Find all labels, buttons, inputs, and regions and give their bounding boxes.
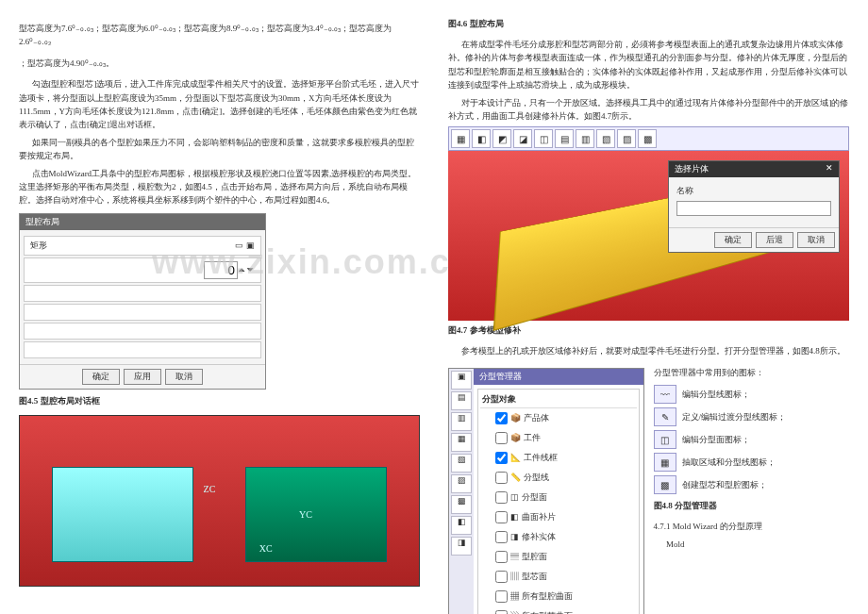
side-tool-icon[interactable]: ◧ [451, 516, 472, 535]
edit-parting-line-icon: 〰 [654, 385, 676, 404]
tree-checkbox[interactable] [495, 412, 508, 424]
paragraph: 如果同一副模具的各个型腔如果压力不同，会影响塑料制品的密度和质量，这就要求多模腔… [19, 136, 420, 163]
icon-desc: 抽取区域和分型线图标； [682, 456, 776, 469]
create-core-cavity-icon: ▩ [654, 475, 676, 494]
paragraph: 勾选[型腔和型芯]选项后，进入工件库完成成型零件相关尺寸的设置。选择矩形平台阶式… [19, 77, 420, 132]
formula-text-2: ；型芯高度为4.90⁰₋₀.₀₃。 [19, 57, 420, 70]
side-tool-icon[interactable]: ▥ [451, 412, 472, 431]
figure-caption-4-6: 图4.6 型腔布局 [448, 18, 849, 30]
figure-caption-4-8: 图4.8 分型管理器 [654, 500, 850, 512]
tree-checkbox[interactable] [495, 472, 508, 484]
paragraph: 在将成型零件毛坯分成形腔和型芯两部分前，必须将参考模型表面上的通孔或复杂边缘用片… [448, 38, 849, 92]
tree-checkbox[interactable] [495, 531, 508, 543]
tool-icon[interactable]: ▦ [451, 129, 470, 148]
tree-checkbox[interactable] [495, 571, 508, 583]
tree-item[interactable]: ◨ 修补实体 [480, 527, 637, 547]
dialog-title: 型腔布局 [20, 214, 265, 230]
axis-yc-label: YC [299, 509, 312, 520]
back-button[interactable]: 后退 [756, 232, 793, 248]
side-tool-icon[interactable]: ▣ [451, 371, 472, 390]
paragraph: 参考模型上的孔或开放区域修补好后，就要对成型零件毛坯进行分型。打开分型管理器，如… [448, 344, 849, 357]
section-start: Mold [654, 538, 850, 551]
count-field[interactable]: ⏶⏷ [24, 257, 261, 283]
tree-item[interactable]: ◫ 分型面 [480, 488, 637, 507]
tree-item[interactable]: ▧ 所有型芯曲面 [480, 606, 637, 614]
tree-item[interactable]: 📦 工件 [480, 428, 637, 448]
icon-intro: 分型管理器中常用到的图标： [654, 366, 850, 379]
tree-checkbox[interactable] [495, 452, 508, 464]
side-tool-icon[interactable]: ▩ [451, 495, 472, 514]
tree-checkbox[interactable] [495, 491, 508, 504]
side-tool-icon[interactable]: ▨ [451, 474, 472, 493]
tool-icon[interactable]: ◫ [534, 129, 553, 148]
tree-checkbox[interactable] [495, 590, 508, 603]
blank-row [24, 285, 261, 302]
close-icon[interactable]: ✕ [826, 163, 833, 175]
tree-item[interactable]: 📏 分型线 [480, 468, 637, 488]
icon-desc: 定义/编辑过渡分型线图标； [682, 411, 787, 423]
moldwizard-toolbar: ▦ ◧ ◩ ◪ ◫ ▤ ▥ ▧ ▨ ▩ [448, 126, 849, 151]
figure-caption-4-5: 图4.5 型腔布局对话框 [19, 395, 420, 407]
tree-header: 分型对象 [480, 391, 637, 408]
layout-type-label: 矩形 [30, 240, 47, 252]
patch-render: 选择片体✕ 名称 确定 后退 取消 [448, 151, 849, 321]
tree-item[interactable]: ◧ 曲面补片 [480, 507, 637, 527]
side-tool-icon[interactable]: ▧ [451, 454, 472, 473]
tree-title: 分型管理器 [474, 369, 643, 385]
tool-icon[interactable]: ▩ [638, 129, 657, 148]
axis-xc-label: XC [259, 543, 273, 554]
icon-desc: 编辑分型面图标； [682, 434, 750, 446]
cavity-layout-render: ZC YC XC [19, 415, 420, 587]
cancel-button[interactable]: 取消 [165, 369, 203, 385]
tree-checkbox[interactable] [495, 432, 508, 444]
extract-region-icon: ▦ [654, 453, 676, 472]
side-tool-icon[interactable]: ◨ [451, 537, 472, 556]
cavity-left [52, 467, 193, 562]
tool-icon[interactable]: ◧ [472, 129, 491, 148]
tree-item[interactable]: 📦 产品体 [480, 408, 637, 428]
layout-type-row[interactable]: 矩形 ▭ ▣ [24, 236, 261, 256]
axis-zc-label: ZC [204, 484, 216, 494]
tree-checkbox[interactable] [495, 511, 508, 523]
tree-item[interactable]: ▦ 所有型腔曲面 [480, 587, 637, 606]
count-input[interactable] [204, 261, 238, 279]
name-label: 名称 [676, 185, 831, 197]
ok-button[interactable]: 确定 [714, 232, 752, 248]
select-sheet-dialog: 选择片体✕ 名称 确定 后退 取消 [668, 160, 840, 253]
cancel-button[interactable]: 取消 [797, 232, 835, 248]
paragraph: 对于本设计产品，只有一个开放区域。选择模具工具中的[通过现有片体修补分型部件中的… [448, 96, 849, 124]
icon-legend: 〰编辑分型线图标； ✎定义/编辑过渡分型线图标； ◫编辑分型面图标； ▦抽取区域… [654, 385, 850, 494]
formula-text-1: 型芯高度为7.6⁰₋₀.₀₃；型芯高度为6.0⁰₋₀.₀₃；型芯高度为8.9⁰₋… [19, 22, 420, 49]
blank-row [24, 323, 261, 340]
blank-row [24, 304, 261, 321]
blank-row [24, 341, 261, 358]
stepper-icon[interactable]: ⏶⏷ [238, 265, 255, 274]
icon-desc: 创建型芯和型腔图标； [682, 479, 767, 491]
tree-item[interactable]: ▥ 型芯面 [480, 567, 637, 587]
edit-transition-line-icon: ✎ [654, 407, 676, 426]
side-tool-icon[interactable]: ▦ [451, 433, 472, 452]
edit-parting-surface-icon: ◫ [654, 430, 676, 449]
tool-icon[interactable]: ◩ [492, 129, 511, 148]
ok-button[interactable]: 确定 [82, 369, 120, 385]
tool-icon[interactable]: ▧ [596, 129, 615, 148]
apply-button[interactable]: 应用 [124, 369, 161, 385]
tree-item[interactable]: 📐 工件线框 [480, 448, 637, 468]
cavity-layout-dialog: 型腔布局 矩形 ▭ ▣ ⏶⏷ 确定 应用 取消 www.z [19, 213, 266, 390]
select-sheet-title: 选择片体 [675, 163, 709, 175]
tree-checkbox[interactable] [495, 610, 508, 614]
tree-checkbox[interactable] [495, 551, 508, 563]
name-input[interactable] [676, 201, 831, 216]
section-heading: 4.7.1 Mold Wizard 的分型原理 [654, 520, 850, 533]
tool-icon[interactable]: ▨ [617, 129, 636, 148]
figure-4-7-panel: ▦ ◧ ◩ ◪ ◫ ▤ ▥ ▧ ▨ ▩ 选择片体✕ 名称 [448, 126, 849, 321]
tool-icon[interactable]: ◪ [513, 129, 532, 148]
side-tool-icon[interactable]: ▤ [451, 391, 472, 410]
tool-icon[interactable]: ▥ [576, 129, 594, 148]
stepper-icons[interactable]: ▭ ▣ [235, 241, 255, 250]
paragraph: 点击MoldWizard工具条中的型腔布局图标，根据模腔形状及模腔浇口位置等因素… [19, 167, 420, 207]
tool-icon[interactable]: ▤ [555, 129, 574, 148]
icon-desc: 编辑分型线图标； [682, 389, 750, 401]
tree-item[interactable]: ▤ 型腔面 [480, 547, 637, 567]
parting-manager-panel: ▣ ▤ ▥ ▦ ▧ ▨ ▩ ◧ ◨ 分型管理器 分型 [448, 368, 644, 614]
